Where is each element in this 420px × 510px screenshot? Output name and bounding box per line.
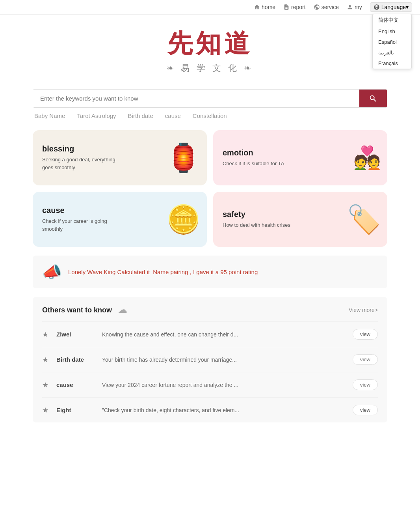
- card-emotion-icon: 💑: [353, 147, 381, 169]
- card-emotion[interactable]: emotion Check if it is suitable for TA 💑: [213, 130, 387, 185]
- language-label: Language▾: [381, 4, 409, 10]
- star-icon: ★: [42, 406, 50, 415]
- language-dropdown: 简体中文 English Español بالعربية Français: [372, 14, 412, 69]
- lang-es[interactable]: Español: [373, 37, 411, 47]
- lang-ar[interactable]: بالعربية: [373, 47, 411, 58]
- quick-link-cause[interactable]: cause: [165, 112, 181, 119]
- list-item: ★ Birth date Your birth time has already…: [42, 347, 378, 372]
- cloud-icon: ☁: [118, 305, 127, 315]
- quick-link-tarot[interactable]: Tarot Astrology: [77, 112, 116, 119]
- card-cause[interactable]: cause Check if your career is going smoo…: [33, 192, 207, 247]
- item-view-btn[interactable]: view: [353, 405, 378, 415]
- others-list: ★ Ziwei Knowing the cause and effect, on…: [42, 321, 378, 422]
- card-emotion-desc: Check if it is suitable for TA: [223, 160, 301, 168]
- site-header: 先知道 ❧ 易 学 文 化 ❧: [0, 15, 420, 82]
- quick-links: Baby Name Tarot Astrology Birth date cau…: [33, 112, 387, 119]
- item-view-btn[interactable]: view: [353, 329, 378, 340]
- lang-zh[interactable]: 简体中文: [373, 14, 411, 26]
- item-category: cause: [56, 381, 96, 388]
- item-desc: Your birth time has already determined y…: [102, 357, 346, 363]
- card-safety[interactable]: safety How to deal with health crises 🏷️: [213, 192, 387, 247]
- others-section: Others want to know ☁ View more> ★ Ziwei…: [33, 297, 387, 422]
- list-item: ★ Eight "Check your birth date, eight ch…: [42, 397, 378, 422]
- item-view-btn[interactable]: view: [353, 379, 378, 390]
- others-title: Others want to know ☁: [42, 305, 127, 315]
- promo-text: Lonely Wave King Calculated it Name pair…: [68, 269, 258, 275]
- card-cause-desc: Check if your career is going smoothly: [42, 217, 121, 233]
- navigation: home report service my Language▾ 简体中文 En…: [0, 0, 420, 15]
- report-label: report: [291, 4, 306, 10]
- quick-link-baby-name[interactable]: Baby Name: [34, 112, 65, 119]
- card-blessing[interactable]: blessing Seeking a good deal, everything…: [33, 130, 207, 185]
- item-desc: "Check your birth date, eight characters…: [102, 407, 346, 413]
- card-cause-icon: 🪙: [166, 205, 201, 233]
- promo-highlight2: I gave it a 95 point rating: [193, 269, 258, 275]
- language-btn[interactable]: Language▾ 简体中文 English Español بالعربية …: [370, 2, 412, 12]
- list-item: ★ cause View your 2024 career fortune re…: [42, 372, 378, 397]
- search-input[interactable]: [33, 90, 359, 107]
- service-nav[interactable]: service: [314, 4, 339, 10]
- item-category: Eight: [56, 407, 96, 413]
- promo-separator: ,: [190, 269, 193, 275]
- promo-text-main: Lonely Wave King Calculated it: [68, 269, 150, 275]
- home-label: home: [262, 4, 275, 10]
- my-label: my: [355, 4, 362, 10]
- my-nav[interactable]: my: [347, 4, 362, 10]
- star-icon: ★: [42, 381, 50, 389]
- item-category: Birth date: [56, 356, 96, 363]
- site-subtitle: ❧ 易 学 文 化 ❧: [0, 62, 420, 74]
- search-icon: [369, 94, 377, 103]
- star-icon: ★: [42, 330, 50, 339]
- item-desc: Knowing the cause and effect, one can ch…: [102, 331, 346, 338]
- item-category: Ziwei: [56, 331, 96, 338]
- home-nav[interactable]: home: [254, 4, 275, 10]
- list-item: ★ Ziwei Knowing the cause and effect, on…: [42, 321, 378, 347]
- card-blessing-desc: Seeking a good deal, everything goes smo…: [42, 156, 121, 171]
- report-nav[interactable]: report: [283, 4, 306, 10]
- cards-grid: blessing Seeking a good deal, everything…: [33, 130, 387, 247]
- lang-fr[interactable]: Français: [373, 58, 411, 69]
- promo-banner[interactable]: 📣 Lonely Wave King Calculated it Name pa…: [33, 256, 387, 288]
- site-title: 先知道: [0, 26, 420, 61]
- view-more-btn[interactable]: View more>: [349, 307, 378, 313]
- quick-link-birth-date[interactable]: Birth date: [128, 112, 153, 119]
- quick-link-constellation[interactable]: Constellation: [193, 112, 227, 119]
- star-icon: ★: [42, 355, 50, 364]
- lang-en[interactable]: English: [373, 26, 411, 37]
- service-label: service: [322, 4, 339, 10]
- card-blessing-icon: 🏮: [166, 144, 201, 172]
- search-bar: [33, 89, 387, 108]
- promo-icon: 📣: [42, 263, 62, 281]
- others-header: Others want to know ☁ View more>: [42, 305, 378, 315]
- promo-highlight1: Name pairing: [153, 269, 188, 275]
- card-safety-desc: How to deal with health crises: [223, 221, 301, 229]
- item-view-btn[interactable]: view: [353, 354, 378, 365]
- search-button[interactable]: [359, 90, 387, 107]
- item-desc: View your 2024 career fortune report and…: [102, 382, 346, 388]
- card-safety-icon: 🏷️: [347, 205, 381, 233]
